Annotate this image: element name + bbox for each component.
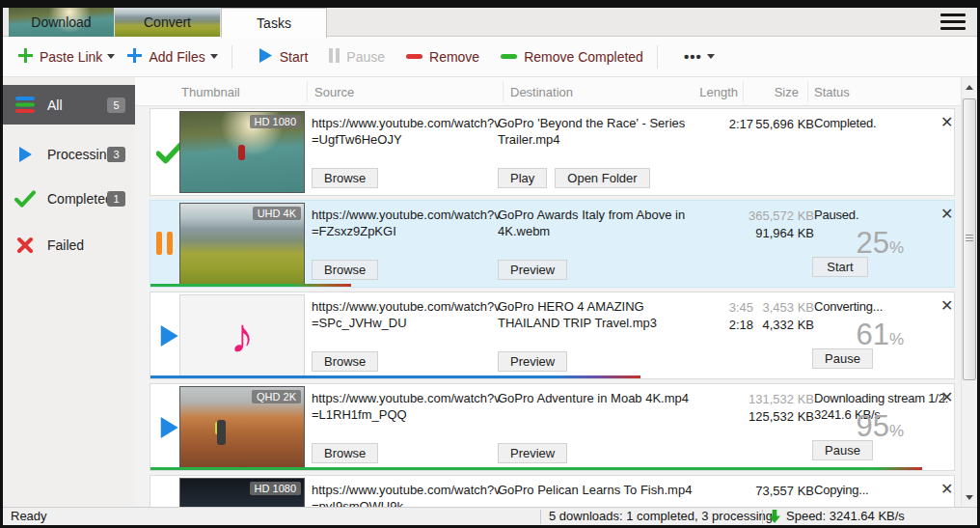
column-thumbnail[interactable]: Thumbnail [181,85,240,99]
tab-convert[interactable]: Convert [115,8,221,37]
status-text: Paused. [814,208,949,224]
remove-completed-label: Remove Completed [524,49,643,65]
tab-bar: Download Convert Tasks [3,8,977,37]
status-text: Copying... [814,483,949,499]
toolbar-separator [231,45,232,69]
progress-bar [150,467,922,470]
table-row[interactable]: HD 1080 https://www.youtube.com/watch?v=… [150,475,955,507]
percent-value: 25% [856,226,904,261]
remove-completed-button[interactable]: Remove Completed [501,49,643,65]
tab-download[interactable]: Download [9,8,115,37]
sidebar-item-all[interactable]: All 5 [3,85,135,125]
status-speed: Speed: 3241.64 KB/s [786,509,905,523]
add-files-button[interactable]: Add Files [127,48,204,66]
paste-link-caret-icon[interactable] [107,54,115,59]
tab-tasks[interactable]: Tasks [221,8,327,38]
table-header: Thumbnail Source Destination Length Size… [135,77,961,106]
plus-icon [18,48,33,66]
open-folder-button[interactable]: Open Folder [555,168,649,188]
toolbar: Paste Link Add Files Start Pause Remove … [3,37,977,77]
more-actions-caret-icon[interactable] [707,54,715,59]
header-separator [503,81,504,102]
add-files-caret-icon[interactable] [210,54,218,59]
start-task-button[interactable]: Start [812,257,868,277]
sidebar-item-label: Completed [47,191,113,207]
count-badge: 3 [107,147,125,162]
pause-button[interactable]: Pause [329,48,385,66]
preview-button[interactable]: Preview [498,260,567,280]
table-row[interactable]: UHD 4K https://www.youtube.com/watch?v=F… [150,200,955,288]
sidebar-item-completed[interactable]: Completed 1 [3,181,135,216]
play-button[interactable]: Play [498,168,547,188]
scroll-down-icon[interactable] [962,489,977,505]
add-files-label: Add Files [149,49,204,65]
app-window: Download Convert Tasks Paste Link Add Fi… [0,0,980,528]
hiker-figure [217,420,226,445]
preview-button[interactable]: Preview [498,443,567,463]
column-destination[interactable]: Destination [510,85,573,99]
browse-button[interactable]: Browse [312,260,378,280]
header-separator [807,81,808,102]
table-row[interactable]: HD 1080 https://www.youtube.com/watch?v=… [150,108,955,196]
sidebar-item-failed[interactable]: Failed [3,228,135,263]
pause-label: Pause [346,49,385,65]
hamburger-menu-icon[interactable] [940,14,966,32]
header-separator [743,81,744,102]
quality-badge: HD 1080 [250,115,301,128]
remove-button[interactable]: Remove [406,49,479,65]
source-url: https://www.youtube.com/watch?v=SPc_JVHw… [312,299,501,332]
start-button[interactable]: Start [259,47,309,67]
vertical-scrollbar[interactable] [961,77,977,507]
status-text: Converting... [814,299,949,316]
close-icon[interactable]: ✕ [940,388,953,406]
percent-value: 61% [856,318,904,352]
column-length[interactable]: Length [680,85,738,99]
destination-file: GoPro 'Beyond the Race' - Series Trailer… [498,116,698,149]
pause-task-button[interactable]: Pause [812,348,873,369]
browse-button[interactable]: Browse [312,443,378,463]
progress-bar [150,375,640,378]
table-row[interactable]: ♪ https://www.youtube.com/watch?v=SPc_JV… [150,292,955,379]
video-thumbnail: HD 1080 [179,478,305,507]
sidebar-item-label: All [47,97,63,113]
statusbar-divider [540,510,541,524]
preview-button[interactable]: Preview [498,351,567,372]
sidebar-item-processing[interactable]: Processing 3 [3,137,135,172]
speed-down-arrow-icon [769,510,780,526]
source-url: https://www.youtube.com/watch?v=FZsxz9Zp… [312,208,501,240]
size-total-value: 3,453 KB [732,299,814,317]
size-total-value: 365,572 KB [732,208,814,225]
start-label: Start [280,49,309,65]
video-thumbnail: QHD 2K [179,386,305,468]
browse-button[interactable]: Browse [312,351,378,372]
more-actions-button[interactable]: ••• [684,48,702,65]
browse-button[interactable]: Browse [312,168,378,188]
status-ready: Ready [11,509,47,523]
remove-completed-dash-icon [501,54,517,59]
video-thumbnail: UHD 4K [179,203,305,285]
pause-icon [329,48,340,66]
scroll-up-icon[interactable] [962,79,977,95]
app-frame: Download Convert Tasks Paste Link Add Fi… [3,8,977,525]
destination-file: GoPro HERO 4 AMAZING THAILAND TRIP Trave… [498,299,698,332]
column-status[interactable]: Status [814,85,850,99]
scrollbar-thumb[interactable] [963,98,976,380]
close-icon[interactable]: ✕ [940,205,953,223]
column-size[interactable]: Size [746,85,799,99]
quality-badge: HD 1080 [250,482,301,495]
close-icon[interactable]: ✕ [940,113,953,131]
size-value: 125,532 KB [732,408,814,426]
source-url: https://www.youtube.com/watch?v=UgfTw6He… [312,116,501,149]
count-badge: 5 [107,97,125,113]
cyclist-figure [238,145,245,160]
table-row[interactable]: QHD 2K https://www.youtube.com/watch?v=L… [150,383,955,471]
paste-link-button[interactable]: Paste Link [18,48,102,66]
pause-task-button[interactable]: Pause [812,440,873,460]
audio-thumbnail: ♪ [179,294,305,376]
close-icon[interactable]: ✕ [940,480,953,498]
source-url: https://www.youtube.com/watch?v=pyI9smOW… [312,483,501,507]
size-value: 4,332 KB [732,317,814,334]
paste-link-label: Paste Link [40,49,102,65]
column-source[interactable]: Source [314,85,354,99]
close-icon[interactable]: ✕ [940,296,953,315]
